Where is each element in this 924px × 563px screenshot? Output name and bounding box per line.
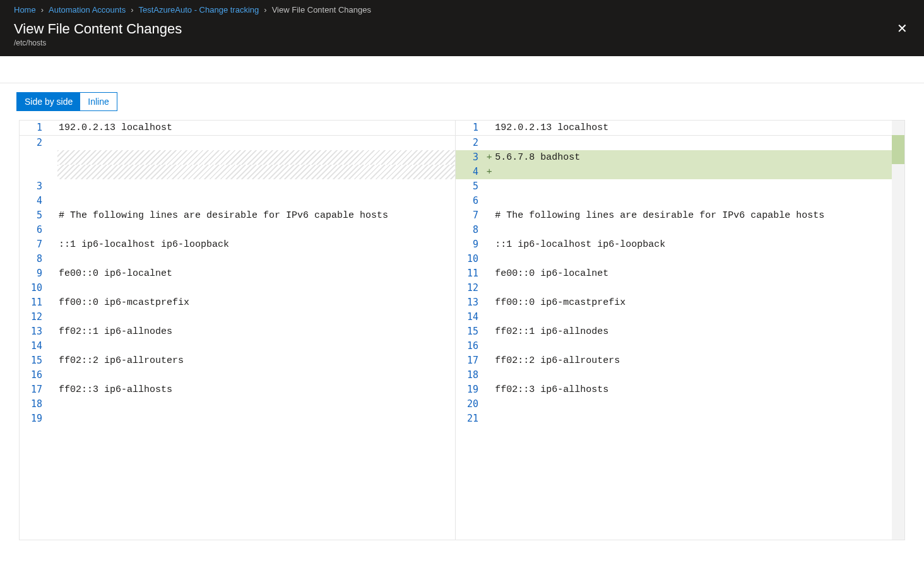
diff-line: 13ff02::1 ip6-allnodes <box>20 324 455 339</box>
breadcrumb: Home › Automation Accounts › TestAzureAu… <box>0 0 924 17</box>
breadcrumb-change-tracking[interactable]: TestAzureAuto - Change tracking <box>139 5 259 15</box>
line-number: 2 <box>456 136 485 150</box>
diff-marker <box>49 397 57 412</box>
line-number: 16 <box>20 368 49 382</box>
diff-line <box>20 165 455 179</box>
diff-marker <box>485 237 494 252</box>
code-text: 192.0.2.13 localhost <box>494 121 892 135</box>
diff-panel-right[interactable]: 1192.0.2.13 localhost23+5.6.7.8 badhost4… <box>456 121 892 540</box>
chevron-right-icon: › <box>131 5 133 15</box>
diff-marker <box>485 266 494 281</box>
diff-line: 20 <box>456 397 892 412</box>
diff-marker <box>49 353 57 368</box>
diff-line: 15ff02::1 ip6-allnodes <box>456 324 892 339</box>
line-number: 19 <box>20 412 49 426</box>
breadcrumb-current: View File Content Changes <box>272 5 371 15</box>
line-number: 10 <box>20 281 49 295</box>
diff-marker <box>49 150 57 165</box>
line-number: 12 <box>20 310 49 324</box>
line-number: 15 <box>20 353 49 368</box>
diff-line: 21 <box>456 412 892 426</box>
diff-line: 8 <box>20 252 455 266</box>
inline-button[interactable]: Inline <box>80 93 116 110</box>
diff-marker <box>49 382 57 397</box>
diff-line: 9::1 ip6-localhost ip6-loopback <box>456 237 892 252</box>
code-text: 192.0.2.13 localhost <box>57 121 455 135</box>
diff-marker <box>49 165 57 179</box>
close-button[interactable]: ✕ <box>894 21 910 36</box>
diff-marker <box>485 208 494 223</box>
diff-panel-left[interactable]: 1192.0.2.13 localhost2 345# The followin… <box>20 121 456 540</box>
overview-ruler[interactable] <box>892 121 904 540</box>
code-text <box>57 179 455 194</box>
line-number <box>20 165 49 179</box>
code-text: 5.6.7.8 badhost <box>494 150 892 165</box>
code-text: ff02::3 ip6-allhosts <box>494 382 892 397</box>
code-text <box>494 310 892 324</box>
diff-line: 16 <box>20 368 455 382</box>
code-text <box>494 136 892 150</box>
line-number: 8 <box>456 223 485 237</box>
code-text <box>57 310 455 324</box>
line-number: 6 <box>20 223 49 237</box>
line-number: 5 <box>456 179 485 194</box>
diff-marker <box>485 194 494 208</box>
side-by-side-button[interactable]: Side by side <box>17 93 80 110</box>
diff-line: 10 <box>20 281 455 295</box>
code-text <box>494 339 892 353</box>
code-text: # The following lines are desirable for … <box>57 208 455 223</box>
diff-line: 5 <box>456 179 892 194</box>
diff-line: 2 <box>456 136 892 150</box>
diff-marker <box>485 353 494 368</box>
line-number: 9 <box>456 237 485 252</box>
diff-marker: + <box>485 150 494 165</box>
code-text <box>57 165 455 179</box>
code-text <box>57 194 455 208</box>
code-text <box>494 281 892 295</box>
code-text <box>494 368 892 382</box>
code-text <box>57 339 455 353</box>
code-text: ff02::1 ip6-allnodes <box>494 324 892 339</box>
chevron-right-icon: › <box>264 5 266 15</box>
line-number: 8 <box>20 252 49 266</box>
chevron-right-icon: › <box>41 5 44 15</box>
breadcrumb-automation-accounts[interactable]: Automation Accounts <box>49 5 126 15</box>
line-number: 1 <box>20 121 49 135</box>
code-text <box>57 368 455 382</box>
code-text <box>57 281 455 295</box>
diff-line: 19ff02::3 ip6-allhosts <box>456 382 892 397</box>
line-number: 13 <box>456 295 485 310</box>
diff-line: 2 <box>20 136 455 150</box>
line-number: 7 <box>20 237 49 252</box>
diff-marker <box>485 121 494 135</box>
diff-marker <box>485 223 494 237</box>
line-number: 6 <box>456 194 485 208</box>
line-number: 18 <box>20 397 49 412</box>
line-number: 4 <box>456 165 485 179</box>
breadcrumb-home[interactable]: Home <box>14 5 36 15</box>
code-text: fe00::0 ip6-localnet <box>494 266 892 281</box>
diff-line: 9fe00::0 ip6-localnet <box>20 266 455 281</box>
code-text <box>57 223 455 237</box>
code-text <box>494 165 892 179</box>
line-number: 10 <box>456 252 485 266</box>
diff-line: 13ff00::0 ip6-mcastprefix <box>456 295 892 310</box>
diff-marker <box>49 237 57 252</box>
diff-line: 11fe00::0 ip6-localnet <box>456 266 892 281</box>
diff-marker <box>49 121 57 135</box>
diff-marker <box>485 136 494 150</box>
line-number: 2 <box>20 136 49 150</box>
diff-marker <box>49 208 57 223</box>
diff-line: 14 <box>20 339 455 353</box>
diff-marker <box>485 397 494 412</box>
code-text: ff02::3 ip6-allhosts <box>57 382 455 397</box>
diff-marker <box>485 412 494 426</box>
line-number: 11 <box>20 295 49 310</box>
diff-marker <box>49 281 57 295</box>
diff-line: 10 <box>456 252 892 266</box>
diff-line: 16 <box>456 339 892 353</box>
title-bar: View File Content Changes /etc/hosts ✕ <box>0 17 924 56</box>
line-number: 20 <box>456 397 485 412</box>
code-text <box>57 136 455 150</box>
diff-line: 6 <box>456 194 892 208</box>
